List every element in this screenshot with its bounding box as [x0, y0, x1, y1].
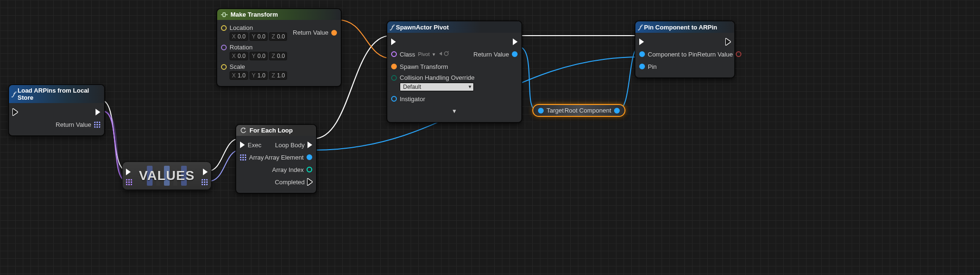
location-pin[interactable] — [221, 25, 227, 31]
array-out-pin[interactable] — [94, 122, 100, 128]
exec-out-pin[interactable] — [96, 109, 100, 115]
array-out-pin[interactable] — [202, 179, 208, 185]
scale-pin[interactable] — [221, 64, 227, 70]
struct-icon — [221, 12, 228, 18]
location-xyz[interactable]: X0.0 Y0.0 Z0.0 — [230, 32, 287, 41]
array-index-pin[interactable] — [307, 167, 312, 172]
chevron-down-icon[interactable]: ▼ — [452, 108, 457, 114]
component-to-pin-label: Component to Pin — [648, 51, 697, 58]
component-to-pin-pin[interactable] — [639, 51, 645, 57]
function-icon: 𝑓 — [639, 23, 641, 31]
return-value-label: Return Value — [56, 121, 91, 128]
browse-reset-icons[interactable] — [438, 51, 450, 58]
node-map-values[interactable]: VALUES — [122, 161, 211, 190]
array-element-label: Array Element — [265, 154, 304, 161]
instigator-pin[interactable] — [391, 96, 397, 102]
location-label: Location — [230, 24, 253, 31]
node-spawn-actor[interactable]: 𝑓 SpawnActor Pivot Class Pivot ▾ Return … — [387, 21, 522, 123]
exec-in-pin[interactable] — [639, 38, 644, 45]
collision-override-pin[interactable] — [391, 75, 397, 81]
exec-in-pin[interactable] — [13, 109, 18, 115]
exec-out-pin[interactable] — [726, 38, 730, 45]
spawn-transform-label: Spawn Transform — [400, 63, 448, 70]
scale-label: Scale — [230, 63, 245, 70]
class-label: Class — [400, 51, 415, 58]
root-component-out-pin[interactable] — [614, 108, 620, 114]
rotation-pin[interactable] — [221, 45, 227, 50]
node-title: For Each Loop — [236, 125, 316, 136]
function-icon: 𝑓 — [391, 23, 393, 31]
node-variable-get-root-component[interactable]: Target Root Component — [532, 104, 625, 117]
node-load-arpins[interactable]: 𝑓 Load ARPins from Local Store Return Va… — [9, 85, 105, 136]
node-pin-component-to-arpin[interactable]: 𝑓 Pin Component to ARPin Component to Pi… — [635, 21, 735, 78]
title-text: For Each Loop — [250, 127, 293, 134]
loop-body-pin[interactable] — [307, 142, 312, 148]
scale-xyz[interactable]: X1.0 Y1.0 Z1.0 — [230, 71, 287, 80]
rotation-xyz[interactable]: X0.0 Y0.0 Z0.0 — [230, 52, 287, 60]
chevron-down-icon[interactable]: ▾ — [432, 51, 435, 57]
node-for-each-loop[interactable]: For Each Loop Exec Loop Body Array Array… — [236, 124, 317, 193]
class-pin[interactable] — [391, 51, 397, 57]
node-title: Make Transform — [217, 9, 341, 20]
exec-out-pin[interactable] — [203, 169, 208, 175]
exec-in-pin[interactable] — [240, 142, 245, 148]
exec-out-pin[interactable] — [513, 38, 518, 45]
values-label: VALUES — [123, 162, 211, 190]
collision-override-select[interactable]: Default — [400, 83, 474, 91]
return-value-pin[interactable] — [331, 30, 337, 36]
map-in-pin[interactable] — [126, 179, 132, 185]
return-value-pin[interactable] — [736, 51, 741, 57]
node-title: 𝑓 SpawnActor Pivot — [387, 21, 521, 33]
return-value-label: Return Value — [697, 51, 733, 58]
array-in-pin[interactable] — [240, 154, 246, 161]
return-value-label: Return Value — [293, 29, 328, 36]
exec-in-pin[interactable] — [126, 169, 131, 175]
class-value[interactable]: Pivot — [418, 51, 430, 57]
node-title: 𝑓 Pin Component to ARPin — [635, 21, 734, 33]
instigator-label: Instigator — [400, 95, 425, 103]
function-icon: 𝑓 — [13, 90, 15, 98]
completed-label: Completed — [275, 179, 305, 186]
target-label: Target — [547, 107, 564, 114]
spawn-transform-pin[interactable] — [391, 64, 397, 69]
loop-body-label: Loop Body — [275, 142, 305, 149]
rotation-label: Rotation — [230, 44, 252, 51]
svg-point-0 — [444, 52, 448, 56]
exec-label: Exec — [248, 142, 261, 149]
title-text: SpawnActor Pivot — [396, 24, 449, 31]
title-text: Make Transform — [231, 11, 278, 18]
node-title: 𝑓 Load ARPins from Local Store — [9, 85, 104, 103]
exec-in-pin[interactable] — [391, 38, 396, 45]
array-element-pin[interactable] — [307, 154, 312, 160]
collision-override-label: Collision Handling Override — [400, 74, 475, 81]
node-make-transform[interactable]: Make Transform Location X0.0 Y0.0 Z0.0 R… — [217, 9, 341, 86]
pin-label: Pin — [648, 63, 657, 70]
title-text: Load ARPins from Local Store — [18, 87, 99, 101]
loop-icon — [240, 127, 247, 134]
return-value-label: Return Value — [473, 51, 509, 58]
array-index-label: Array Index — [272, 166, 304, 173]
root-component-label: Root Component — [565, 107, 611, 114]
completed-pin[interactable] — [307, 179, 312, 185]
target-in-pin[interactable] — [538, 108, 544, 114]
pin-pin[interactable] — [639, 64, 645, 69]
array-label: Array — [249, 154, 264, 161]
title-text: Pin Component to ARPin — [644, 24, 717, 31]
return-value-pin[interactable] — [512, 51, 518, 57]
